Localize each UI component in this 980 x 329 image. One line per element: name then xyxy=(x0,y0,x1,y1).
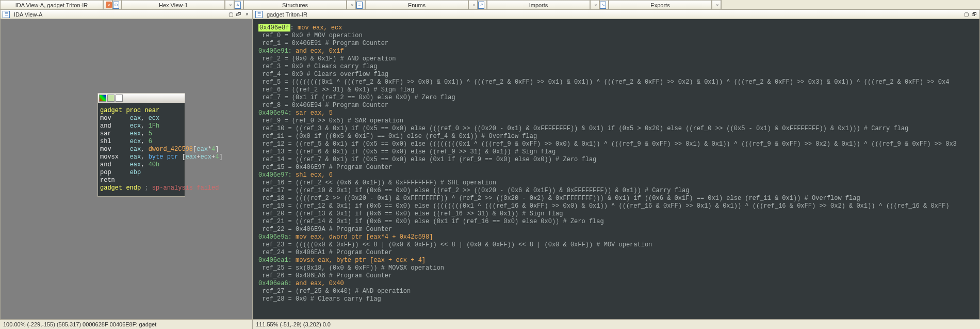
tab-type-icon: ≡ xyxy=(356,2,363,9)
pane-max-button[interactable]: 🗗 xyxy=(236,11,242,18)
code-line: ref_28 = 0x0 # Clears carry flag xyxy=(258,295,974,303)
ida-view-pane: ☰ IDA View-A ▢ 🗗 × gadget proc nearmov e… xyxy=(0,9,253,320)
tab-close-button[interactable]: × xyxy=(347,0,356,9)
tab-ida-view-a-gadget-triton-ir[interactable]: IDA View-A, gadget Triton-IR xyxy=(0,0,103,9)
code-line: ref_2 = (0x0 & 0x1F) # AND operation xyxy=(258,55,974,63)
code-line: ref_6 = ((ref_2 >> 31) & 0x1) # Sign fla… xyxy=(258,86,974,94)
graph-icon[interactable] xyxy=(107,95,115,102)
disassembly-code[interactable]: gadget proc nearmov eax, ecxand ecx, 1Fh… xyxy=(98,103,185,196)
code-line: ref_26 = 0x406EA6 # Program Counter xyxy=(258,272,974,280)
ida-floating-window[interactable]: gadget proc nearmov eax, ecxand ecx, 1Fh… xyxy=(97,93,185,197)
tab-close-button[interactable]: × xyxy=(103,0,112,9)
code-line: 0x406e9a: mov eax, dword ptr [eax*4 + 0x… xyxy=(258,233,974,241)
tab-exports[interactable]: Exports xyxy=(609,0,712,9)
code-line: ref_21 = ((ref_14 & 0x1) if (0x6 == 0x0)… xyxy=(258,218,974,226)
tab-type-icon: ↘ xyxy=(600,2,606,9)
tab-close-button[interactable]: × xyxy=(468,0,478,9)
status-right: 111.55% (-51,-29) (3,202) 0.0 xyxy=(253,320,980,329)
tab-imports[interactable]: Imports xyxy=(487,0,590,9)
code-line: ref_15 = 0x406E97 # Program Counter xyxy=(258,164,974,171)
code-line: ref_3 = 0x0 # Clears carry flag xyxy=(258,63,974,71)
nav-icon[interactable] xyxy=(116,95,123,102)
code-line: ref_19 = ((ref_12 & 0x1) if (0x6 == 0x0)… xyxy=(258,202,974,210)
tab-label: Hex View-1 xyxy=(159,2,188,8)
code-line: ref_20 = ((ref_13 & 0x1) if (0x6 == 0x0)… xyxy=(258,210,974,218)
code-line: ref_9 = (ref_0 >> 0x5) # SAR operation xyxy=(258,117,974,125)
close-icon: × xyxy=(227,2,234,8)
code-line: retn xyxy=(100,177,183,184)
code-line: 0x406ea6: and eax, 0x40 xyxy=(258,280,974,288)
code-line: 0x406e94: sar eax, 5 xyxy=(258,109,974,117)
code-line: ref_14 = ((ref_7 & 0x1) if (0x5 == 0x0) … xyxy=(258,156,974,164)
code-line: sar eax, 5 xyxy=(100,130,183,138)
code-line: ref_25 = sx(0x18, (0x0 & 0xFF)) # MOVSX … xyxy=(258,264,974,272)
main-tab-bar: IDA View-A, gadget Triton-IR×OHex View-1… xyxy=(0,0,980,9)
code-line: ref_17 = ((ref_10 & 0x1) if (0x6 == 0x0)… xyxy=(258,187,974,195)
pane-restore-button[interactable]: ▢ xyxy=(963,11,969,18)
triton-pane-body[interactable]: 0x406e8f: mov eax, ecx ref_0 = 0x0 # MOV… xyxy=(253,19,979,319)
tab-icon-button[interactable]: ↘ xyxy=(599,0,609,9)
code-line: and eax, 40h xyxy=(100,161,183,169)
code-line: and ecx, 1Fh xyxy=(100,122,183,130)
tab-label: IDA View-A, gadget Triton-IR xyxy=(15,2,88,8)
code-line: ref_11 = (0x0 if ((0x5 & 0x1F) == 0x1) e… xyxy=(258,133,974,140)
tab-close-button[interactable]: × xyxy=(712,0,721,9)
tab-icon-button[interactable]: ↗ xyxy=(478,0,487,9)
code-line: gadget endp ; sp-analysis failed xyxy=(100,184,183,192)
view-icon: ☰ xyxy=(255,11,263,18)
triton-pane-title: gadget Triton-IR xyxy=(267,11,307,18)
close-icon: × xyxy=(106,2,112,8)
code-line: ref_1 = 0x406E91 # Program Counter xyxy=(258,40,974,48)
tab-label: Enums xyxy=(408,2,426,8)
triton-pane-header: ☰ gadget Triton-IR ▢ 🗗 xyxy=(253,10,979,19)
triton-ir-code[interactable]: 0x406e8f: mov eax, ecx ref_0 = 0x0 # MOV… xyxy=(256,22,976,305)
status-bar: 100.00% (-229,-155) (585,317) 0000628F 0… xyxy=(0,320,980,329)
code-line: ref_27 = (ref_25 & 0x40) # AND operation xyxy=(258,288,974,295)
tab-close-button[interactable]: × xyxy=(590,0,599,9)
code-line: 0x406e8f: mov eax, ecx xyxy=(258,24,974,32)
tab-type-icon: ↗ xyxy=(478,2,484,9)
code-line: gadget proc near xyxy=(100,107,183,115)
code-line: pop ebp xyxy=(100,169,183,177)
workspace: ☰ IDA View-A ▢ 🗗 × gadget proc nearmov e… xyxy=(0,9,980,320)
code-line: 0x406ea1: movsx eax, byte ptr [eax + ecx… xyxy=(258,257,974,264)
code-line: shl ecx, 6 xyxy=(100,138,183,146)
code-line: ref_7 = (0x1 if (ref_2 == 0x0) else 0x0)… xyxy=(258,94,974,102)
tab-label: Exports xyxy=(650,2,669,8)
close-icon: × xyxy=(714,2,721,8)
tab-label: Structures xyxy=(282,2,308,8)
code-line: ref_22 = 0x406E9A # Program Counter xyxy=(258,226,974,233)
tab-icon-button[interactable]: A xyxy=(234,0,243,9)
tab-label: Imports xyxy=(529,2,548,8)
code-line: ref_0 = 0x0 # MOV operation xyxy=(258,32,974,40)
close-icon: × xyxy=(593,2,599,8)
tab-enums[interactable]: Enums xyxy=(365,0,468,9)
view-icon: ☰ xyxy=(3,11,10,18)
status-left: 100.00% (-229,-155) (585,317) 0000628F 0… xyxy=(0,320,253,329)
ida-graph-toolbar xyxy=(98,93,185,103)
tab-type-icon: A xyxy=(235,2,241,9)
color-icon[interactable] xyxy=(99,95,106,102)
code-line: movsx eax, byte ptr [eax+ecx+4] xyxy=(100,153,183,161)
tab-close-button[interactable]: × xyxy=(225,0,234,9)
tab-structures[interactable]: Structures xyxy=(243,0,347,9)
pane-max-button[interactable]: 🗗 xyxy=(971,11,977,18)
triton-pane: ☰ gadget Triton-IR ▢ 🗗 0x406e8f: mov eax… xyxy=(253,9,980,320)
pane-restore-button[interactable]: ▢ xyxy=(227,11,234,18)
tab-icon-button[interactable]: O xyxy=(112,0,122,9)
ida-pane-header: ☰ IDA View-A ▢ 🗗 × xyxy=(1,10,252,19)
code-line: ref_18 = ((((ref_2 >> ((0x20 - 0x1) & 0x… xyxy=(258,195,974,202)
code-line: ref_23 = (((((0x0 & 0xFF)) << 8 | (0x0 &… xyxy=(258,241,974,249)
code-line: ref_13 = ((ref_6 & 0x1) if (0x5 == 0x0) … xyxy=(258,148,974,156)
code-line: ref_5 = ((((((((0x1 ^ (((ref_2 & 0xFF) >… xyxy=(258,79,974,86)
ida-pane-body[interactable]: gadget proc nearmov eax, ecxand ecx, 1Fh… xyxy=(1,19,252,319)
pane-close-button[interactable]: × xyxy=(244,11,250,18)
code-line: ref_4 = 0x0 # Clears overflow flag xyxy=(258,71,974,79)
tab-icon-button[interactable]: ≡ xyxy=(356,0,365,9)
close-icon: × xyxy=(349,2,355,8)
code-line: ref_12 = ((ref_5 & 0x1) if (0x5 == 0x0) … xyxy=(258,140,974,148)
code-line: ref_24 = 0x406EA1 # Program Counter xyxy=(258,249,974,257)
tab-hex-view-1[interactable]: Hex View-1 xyxy=(122,0,225,9)
code-line: 0x406e91: and ecx, 0x1f xyxy=(258,48,974,55)
close-icon: × xyxy=(471,2,477,8)
